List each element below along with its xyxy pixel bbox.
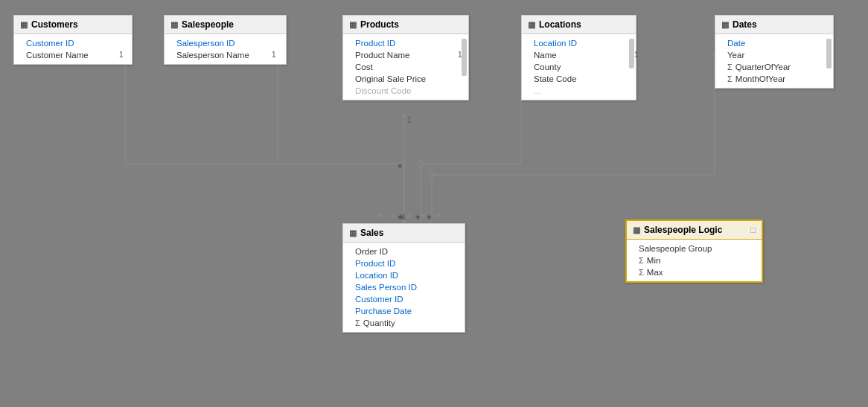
locations-table-body: Location ID Name County State Code ... xyxy=(522,34,636,100)
list-item: Σ Min xyxy=(627,254,762,266)
sigma-icon: Σ xyxy=(639,268,644,277)
locations-table: ▦ Locations Location ID Name County Stat… xyxy=(521,15,636,100)
list-item: Σ Max xyxy=(627,266,762,278)
table-icon: ▦ xyxy=(349,20,357,30)
list-item: ... xyxy=(522,85,636,97)
list-item: Σ Quantity xyxy=(343,317,465,329)
sales-table-header: ▦ Sales xyxy=(343,224,465,243)
sigma-icon: Σ xyxy=(355,318,360,327)
rel-label: 1 xyxy=(119,51,124,59)
list-item: Σ MonthOfYear xyxy=(715,73,833,85)
list-item: Location ID xyxy=(522,37,636,49)
sales-table: ▦ Sales Order ID Product ID Location ID … xyxy=(342,223,465,333)
many-labels: ★ ★ ★ ★ ★ xyxy=(376,211,444,219)
products-table: ▦ Products Product ID Product Name Cost … xyxy=(342,15,469,100)
dates-table: ▦ Dates Date Year Σ QuarterOfYear Σ Mont… xyxy=(715,15,834,89)
dates-title: Dates xyxy=(733,19,757,30)
table-icon: ▦ xyxy=(349,228,357,238)
sales-title: Sales xyxy=(360,228,383,238)
table-icon: ▦ xyxy=(20,20,28,30)
rel-label: 1 xyxy=(634,51,639,59)
list-item: Salespeople Group xyxy=(627,243,762,254)
list-item: Σ QuarterOfYear xyxy=(715,61,833,73)
list-item: Salesperson Name xyxy=(165,49,286,61)
table-icon: ▦ xyxy=(633,225,640,235)
logic-badge: □ xyxy=(750,225,756,234)
products-table-body: Product ID Product Name Cost Original Sa… xyxy=(343,34,468,100)
svg-point-13 xyxy=(402,113,406,118)
products-table-header: ▦ Products xyxy=(343,16,468,34)
locations-table-header: ▦ Locations xyxy=(522,16,636,34)
list-item: Location ID xyxy=(343,269,465,281)
list-item: Customer ID xyxy=(343,293,465,305)
svg-point-30 xyxy=(429,172,435,178)
salespeople-title: Salespeople xyxy=(182,19,234,30)
customers-table: ▦ Customers Customer ID Customer Name xyxy=(13,15,133,65)
zero-one-label: ○ xyxy=(400,201,405,211)
products-title: Products xyxy=(360,19,399,30)
salespeople-table-body: Salesperson ID Salesperson Name xyxy=(165,34,286,64)
svg-point-28 xyxy=(401,161,407,167)
list-item: Sales Person ID xyxy=(343,281,465,293)
customers-table-body: Customer ID Customer Name xyxy=(14,34,132,64)
list-item: Name xyxy=(522,49,636,61)
salespeople-table-header: ▦ Salespeople xyxy=(165,16,286,34)
list-item: Date xyxy=(715,37,833,49)
table-icon: ▦ xyxy=(721,20,729,30)
list-item: State Code xyxy=(522,73,636,85)
sigma-icon: Σ xyxy=(639,256,644,265)
svg-text:★: ★ xyxy=(397,161,403,170)
list-item: Customer ID xyxy=(14,37,132,49)
list-item: Year xyxy=(715,49,833,61)
rel-label: 1 xyxy=(272,51,276,59)
salespeople-logic-title: Salespeople Logic xyxy=(644,225,722,235)
sigma-icon: Σ xyxy=(727,63,733,71)
rel-label: 1 xyxy=(458,51,462,59)
table-icon: ▦ xyxy=(528,20,535,30)
salespeople-logic-table: ▦ Salespeople Logic □ Salespeople Group … xyxy=(625,219,763,283)
list-item: Original Sale Price xyxy=(343,73,468,85)
customers-title: Customers xyxy=(31,19,78,30)
list-item: Order ID xyxy=(343,246,465,257)
sales-table-body: Order ID Product ID Location ID Sales Pe… xyxy=(343,243,465,332)
list-item: Salesperson ID xyxy=(165,37,286,49)
list-item: Discount Code xyxy=(343,85,468,97)
locations-title: Locations xyxy=(539,19,581,30)
list-item: Product Name xyxy=(343,49,468,61)
list-item: Product ID xyxy=(343,257,465,269)
svg-text:1: 1 xyxy=(407,116,412,124)
list-item: County xyxy=(522,61,636,73)
salespeople-table: ▦ Salespeople Salesperson ID Salesperson… xyxy=(164,15,287,65)
list-item: Cost xyxy=(343,61,468,73)
customers-table-header: ▦ Customers xyxy=(14,16,132,34)
table-icon: ▦ xyxy=(170,20,178,30)
list-item: Purchase Date xyxy=(343,305,465,317)
salespeople-logic-header: ▦ Salespeople Logic □ xyxy=(627,221,762,240)
sigma-icon: Σ xyxy=(727,74,733,83)
list-item: Customer Name xyxy=(14,49,132,61)
dates-table-body: Date Year Σ QuarterOfYear Σ MonthOfYear xyxy=(715,34,833,88)
dates-table-header: ▦ Dates xyxy=(715,16,833,34)
list-item: Product ID xyxy=(343,37,468,49)
svg-point-29 xyxy=(418,161,424,167)
salespeople-logic-body: Salespeople Group Σ Min Σ Max xyxy=(627,240,762,281)
